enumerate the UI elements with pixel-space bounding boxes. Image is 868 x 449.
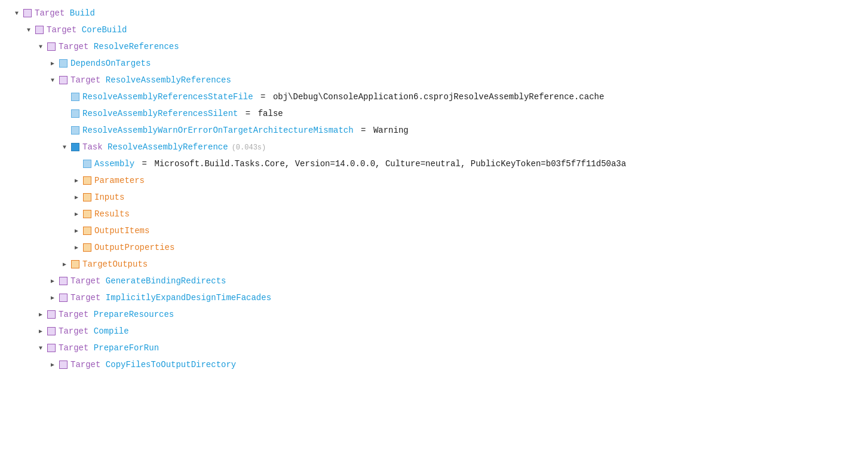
toggle-compile[interactable] bbox=[36, 326, 45, 336]
label-results: Results bbox=[94, 209, 130, 219]
icon-resolvereferences bbox=[47, 42, 56, 51]
icon-targetoutputs bbox=[71, 260, 79, 268]
tree-row-corebuild[interactable]: Target CoreBuild bbox=[0, 22, 868, 38]
icon-rar-task bbox=[71, 143, 79, 151]
label-dependsontargets: DependsOnTargets bbox=[70, 59, 151, 68]
label-assembly: Assembly = Microsoft.Build.Tasks.Core, V… bbox=[94, 159, 626, 169]
icon-assembly bbox=[83, 160, 91, 168]
tree-row-prepareforrun[interactable]: Target PrepareForRun bbox=[0, 340, 868, 356]
label-targetoutputs: TargetOutputs bbox=[82, 259, 148, 269]
tree-row-rar-statefile[interactable]: ResolveAssemblyReferencesStateFile = obj… bbox=[0, 88, 868, 105]
tree-row-compile[interactable]: Target Compile bbox=[0, 323, 868, 340]
icon-rar-warn bbox=[71, 126, 79, 135]
label-outputitems: OutputItems bbox=[94, 226, 149, 236]
tree-row-rar-task[interactable]: Task ResolveAssemblyReference(0.043s) bbox=[0, 139, 868, 155]
tree-row-dependsontargets[interactable]: DependsOnTargets bbox=[0, 55, 868, 72]
icon-compile bbox=[47, 327, 56, 335]
label-build: Target Build bbox=[35, 8, 95, 18]
label-prepareresources: Target PrepareResources bbox=[59, 310, 174, 319]
icon-dependsontargets bbox=[59, 59, 68, 68]
toggle-build[interactable] bbox=[12, 8, 22, 18]
toggle-rar-task[interactable] bbox=[60, 142, 69, 152]
tree-row-resolvereferences[interactable]: Target ResolveReferences bbox=[0, 38, 868, 55]
icon-prepareresources bbox=[47, 310, 56, 319]
label-parameters: Parameters bbox=[94, 176, 145, 185]
toggle-copyfiles[interactable] bbox=[48, 360, 57, 369]
label-rar-task: Task ResolveAssemblyReference(0.043s) bbox=[82, 142, 266, 152]
label-inputs: Inputs bbox=[94, 193, 124, 202]
icon-generatebinding bbox=[59, 277, 68, 285]
toggle-outputitems[interactable] bbox=[72, 226, 81, 236]
label-implicitlyexpand: Target ImplicitlyExpandDesignTimeFacades bbox=[70, 293, 271, 303]
toggle-resolvereferences[interactable] bbox=[36, 42, 45, 51]
tree-row-rar-warn[interactable]: ResolveAssemblyWarnOrErrorOnTargetArchit… bbox=[0, 122, 868, 139]
tree-row-prepareresources[interactable]: Target PrepareResources bbox=[0, 306, 868, 323]
toggle-prepareresources[interactable] bbox=[36, 310, 45, 319]
toggle-resolveassemblyrefs[interactable] bbox=[48, 75, 57, 85]
label-generatebinding: Target GenerateBindingRedirects bbox=[70, 276, 226, 286]
toggle-prepareforrun[interactable] bbox=[36, 343, 45, 353]
label-rar-statefile: ResolveAssemblyReferencesStateFile = obj… bbox=[82, 92, 604, 102]
tree-row-rar-silent[interactable]: ResolveAssemblyReferencesSilent = false bbox=[0, 105, 868, 122]
label-compile: Target Compile bbox=[59, 326, 129, 336]
icon-resolveassemblyrefs bbox=[59, 76, 68, 84]
tree-row-results[interactable]: Results bbox=[0, 206, 868, 222]
label-copyfiles: Target CopyFilesToOutputDirectory bbox=[70, 360, 236, 369]
tree-row-copyfiles[interactable]: Target CopyFilesToOutputDirectory bbox=[0, 356, 868, 373]
tree-row-inputs[interactable]: Inputs bbox=[0, 189, 868, 206]
label-resolveassemblyrefs: Target ResolveAssemblyReferences bbox=[70, 75, 231, 85]
toggle-results[interactable] bbox=[72, 209, 81, 219]
tree-row-implicitlyexpand[interactable]: Target ImplicitlyExpandDesignTimeFacades bbox=[0, 289, 868, 306]
toggle-outputproperties[interactable] bbox=[72, 243, 81, 252]
label-rar-warn: ResolveAssemblyWarnOrErrorOnTargetArchit… bbox=[82, 126, 409, 135]
icon-corebuild bbox=[35, 26, 44, 34]
label-resolvereferences: Target ResolveReferences bbox=[59, 42, 179, 51]
toggle-implicitlyexpand[interactable] bbox=[48, 293, 57, 303]
tree-row-assembly[interactable]: Assembly = Microsoft.Build.Tasks.Core, V… bbox=[0, 155, 868, 172]
tree-row-parameters[interactable]: Parameters bbox=[0, 172, 868, 189]
icon-inputs bbox=[83, 193, 91, 201]
label-prepareforrun: Target PrepareForRun bbox=[59, 343, 159, 353]
icon-outputitems bbox=[83, 227, 91, 235]
tree-row-resolveassemblyrefs[interactable]: Target ResolveAssemblyReferences bbox=[0, 72, 868, 88]
icon-implicitlyexpand bbox=[59, 294, 68, 302]
tree-row-build[interactable]: Target Build bbox=[0, 5, 868, 22]
tree-row-outputitems[interactable]: OutputItems bbox=[0, 222, 868, 239]
icon-rar-silent bbox=[71, 109, 79, 118]
label-rar-silent: ResolveAssemblyReferencesSilent = false bbox=[82, 109, 283, 118]
tree-row-targetoutputs[interactable]: TargetOutputs bbox=[0, 256, 868, 273]
toggle-parameters[interactable] bbox=[72, 176, 81, 185]
icon-rar-statefile bbox=[71, 93, 79, 101]
label-outputproperties: OutputProperties bbox=[94, 243, 174, 252]
icon-outputproperties bbox=[83, 243, 91, 252]
tree-row-outputproperties[interactable]: OutputProperties bbox=[0, 239, 868, 256]
toggle-inputs[interactable] bbox=[72, 193, 81, 202]
icon-prepareforrun bbox=[47, 344, 56, 352]
icon-results bbox=[83, 210, 91, 218]
toggle-corebuild[interactable] bbox=[24, 25, 33, 35]
label-corebuild: Target CoreBuild bbox=[47, 25, 127, 35]
toggle-targetoutputs[interactable] bbox=[60, 259, 69, 269]
tree-row-generatebinding[interactable]: Target GenerateBindingRedirects bbox=[0, 273, 868, 289]
toggle-dependsontargets[interactable] bbox=[48, 59, 57, 68]
toggle-generatebinding[interactable] bbox=[48, 276, 57, 286]
icon-build bbox=[23, 9, 32, 17]
icon-copyfiles bbox=[59, 361, 68, 369]
build-tree: Target Build Target CoreBuild Target Res… bbox=[0, 0, 868, 378]
icon-parameters bbox=[83, 176, 91, 185]
